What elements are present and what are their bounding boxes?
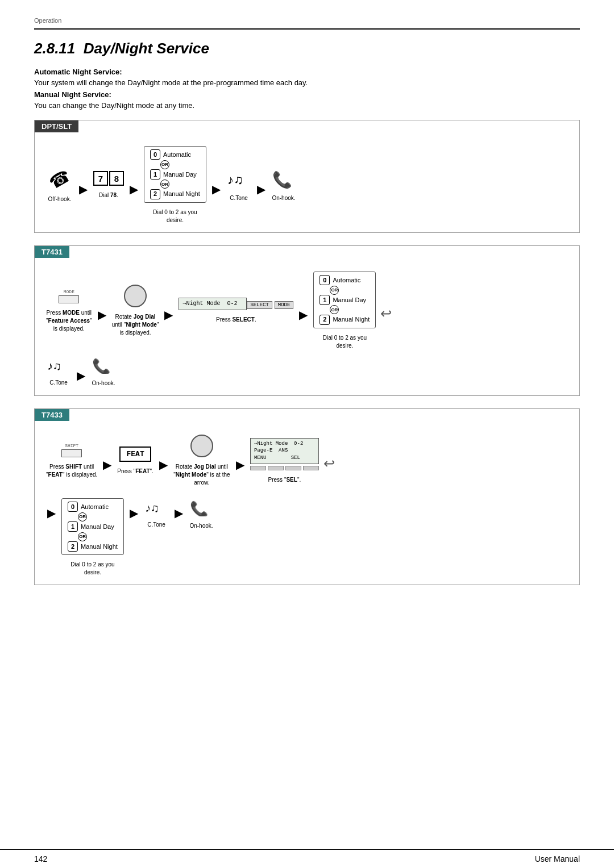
t7431-arrow3: ▶ xyxy=(298,308,309,322)
top-label: Operation xyxy=(34,17,580,24)
svg-text:📞: 📞 xyxy=(190,500,209,516)
t7433-arrow6: ▶ xyxy=(173,506,184,520)
t7431-step4: 0 Automatic OR 1 Manual Day OR xyxy=(313,272,376,350)
t7431-step2: Rotate Jog Dialuntil "Night Mode"is disp… xyxy=(112,285,159,337)
t7433-box: T7433 SHIFT Press SHIFT until"FEAT" is d… xyxy=(34,408,580,585)
dpt-step3: 0 Automatic OR 1 Manual Day OR xyxy=(144,146,206,224)
dpt-ctone-label: C.Tone xyxy=(230,194,248,202)
arrow3: ▶ xyxy=(211,182,222,196)
num-0-dpt: 0 xyxy=(150,149,160,160)
t7431-box: T7431 MODE Press MODE until"Feature Acce… xyxy=(34,245,580,396)
mode-btn[interactable]: MODE xyxy=(275,301,294,309)
dpt-slt-box: DPT/SLT ☎ Off-hook. ▶ 7 8 xyxy=(34,120,580,233)
select-btn[interactable]: SELECT xyxy=(247,301,272,309)
back-arrow-t7433: ↩ xyxy=(323,456,335,471)
num-2-t7431: 2 xyxy=(320,315,330,325)
or2-t7431: OR xyxy=(330,305,339,314)
t7433-display-icon: →Night Mode 0-2 Page-E ANS MENU SEL xyxy=(250,438,319,470)
bottom-bar: 142 User Manual xyxy=(0,849,614,868)
svg-text:♪♫: ♪♫ xyxy=(47,360,61,372)
t7431-arrow2: ▶ xyxy=(163,308,174,322)
t7433-step4-label: Press "SEL". xyxy=(268,476,301,484)
feat-btn-icon: FEAT xyxy=(119,446,151,462)
onhook-icon-dpt: 📞 xyxy=(271,168,296,189)
t7431-step1: MODE Press MODE until"Feature Access"is … xyxy=(46,289,92,333)
dpt-step2: 7 8 Dial 78. xyxy=(93,171,124,199)
num-1-t7431: 1 xyxy=(320,295,330,305)
top-rule xyxy=(34,28,580,30)
t7431-step3-label: Press SELECT. xyxy=(216,316,256,324)
mode-box-t7431: 0 Automatic OR 1 Manual Day OR xyxy=(313,272,376,328)
page: Operation 2.8.11 Day/Night Service Autom… xyxy=(0,0,614,868)
shift-btn-icon: SHIFT xyxy=(61,443,82,457)
ctone-icon-dpt: ♪♫ xyxy=(226,168,251,189)
svg-text:📞: 📞 xyxy=(272,170,292,189)
dpt-onhook: 📞 On-hook. xyxy=(271,168,296,202)
t7433-arrow2: ▶ xyxy=(158,458,169,471)
t7433-arrow1: ▶ xyxy=(102,458,113,471)
t7433-onhook-label: On-hook. xyxy=(189,522,213,530)
jog-dial-t7433 xyxy=(190,435,213,457)
dpt-slt-row: ☎ Off-hook. ▶ 7 8 Dial 78. ▶ xyxy=(35,140,579,224)
t7433-mode: 0 Automatic OR 1 Manual Day OR xyxy=(61,498,124,577)
t7433-row2: ▶ 0 Automatic OR 1 Manual Day xyxy=(35,493,579,577)
dpt-step3-label: Dial 0 to 2 as you desire. xyxy=(147,208,204,224)
t7433-btn3 xyxy=(285,466,301,470)
t7433-onhook: 📞 On-hook. xyxy=(189,498,214,530)
auto-night-desc: Your system will change the Day/Night mo… xyxy=(34,78,580,87)
page-number: 142 xyxy=(34,854,47,863)
ctone-icon-t7433: ♪♫ xyxy=(144,498,169,515)
num-2-dpt: 2 xyxy=(150,189,160,199)
t7433-row1: SHIFT Press SHIFT until"FEAT" is display… xyxy=(35,429,579,487)
or-badge-1: OR xyxy=(160,160,169,169)
arrow4: ▶ xyxy=(256,182,267,196)
t7431-arrow4: ▶ xyxy=(76,369,86,382)
dpt-ctone: ♪♫ C.Tone xyxy=(226,168,251,202)
t7431-header: T7431 xyxy=(35,246,69,258)
t7431-step3: →Night Mode 0-2 SELECT MODE Press SELECT… xyxy=(179,298,293,324)
offhook-icon: ☎ xyxy=(46,167,73,190)
jog-dial-icon xyxy=(124,285,147,307)
t7433-step1-label: Press SHIFT until"FEAT" is displayed. xyxy=(46,463,97,479)
t7431-row1: MODE Press MODE until"Feature Access"is … xyxy=(35,266,579,350)
key-7: 7 xyxy=(93,171,108,186)
svg-text:📞: 📞 xyxy=(92,357,111,374)
num-1-t7433: 1 xyxy=(68,521,78,532)
dpt-slt-header: DPT/SLT xyxy=(35,120,78,132)
mode-btn-icon: MODE xyxy=(59,289,79,303)
t7433-btn1 xyxy=(250,466,266,470)
t7433-arrow5: ▶ xyxy=(128,506,139,520)
t7431-display: →Night Mode 0-2 SELECT MODE xyxy=(179,298,293,310)
svg-text:♪♫: ♪♫ xyxy=(227,173,243,187)
manual-night-desc: You can change the Day/Night mode at any… xyxy=(34,101,580,110)
onhook-icon-t7431: 📞 xyxy=(91,356,116,374)
t7433-ctone: ♪♫ C.Tone xyxy=(144,498,169,529)
or1-t7431: OR xyxy=(330,286,339,295)
key-8: 8 xyxy=(109,171,124,186)
num-0-t7431: 0 xyxy=(320,275,330,285)
t7433-step3-label: Rotate Jog Dial until"Night Mode" is at … xyxy=(173,463,230,487)
auto-night-heading: Automatic Night Service: xyxy=(34,68,580,76)
t7431-step2-label: Rotate Jog Dialuntil "Night Mode"is disp… xyxy=(112,313,159,337)
dpt-step2-label: Dial 78. xyxy=(99,191,118,199)
manual-night-heading: Manual Night Service: xyxy=(34,90,580,99)
num-1-dpt: 1 xyxy=(150,169,160,180)
onhook-icon-t7433: 📞 xyxy=(189,498,214,516)
t7433-btn4 xyxy=(303,466,319,470)
svg-text:☎: ☎ xyxy=(46,167,73,190)
user-manual-label: User Manual xyxy=(535,854,580,863)
or2-t7433: OR xyxy=(78,532,87,541)
t7431-arrow1: ▶ xyxy=(97,308,107,322)
t7433-arrow3: ▶ xyxy=(235,458,246,471)
t7431-ctone: ♪♫ C.Tone xyxy=(46,356,71,387)
t7433-header: T7433 xyxy=(35,409,69,421)
or-badge-2: OR xyxy=(160,180,169,189)
t7431-ctone-label: C.Tone xyxy=(49,379,68,387)
arrow1: ▶ xyxy=(78,182,89,196)
dpt-step1-label: Off-hook. xyxy=(48,195,72,203)
dpt-step1: ☎ Off-hook. xyxy=(46,167,73,203)
num-2-t7433: 2 xyxy=(68,541,78,552)
arrow2: ▶ xyxy=(128,182,139,196)
t7433-step1: SHIFT Press SHIFT until"FEAT" is display… xyxy=(46,443,97,479)
mode-box-t7433: 0 Automatic OR 1 Manual Day OR xyxy=(61,498,124,555)
